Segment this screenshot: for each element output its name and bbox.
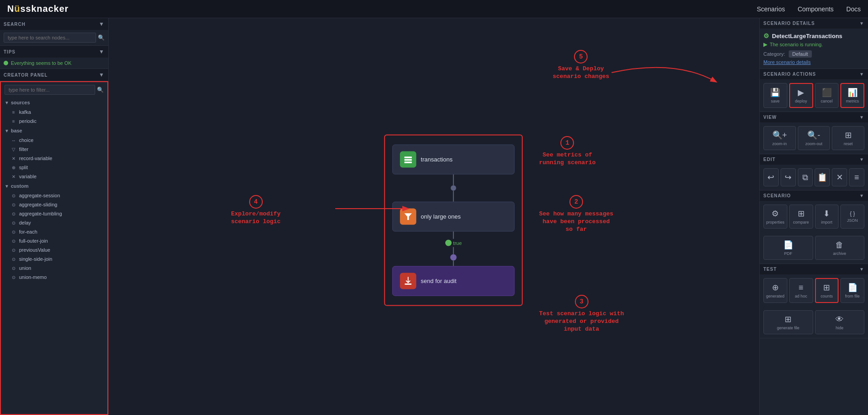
node-filter[interactable]: only large ones [392,201,515,231]
union-label: union [19,265,31,271]
svg-rect-2 [405,161,412,163]
tree-item-periodic[interactable]: ≡ periodic [1,117,107,126]
zoom-in-button[interactable]: 🔍+ zoom-in [763,126,796,150]
paste-button[interactable]: 📋 [815,168,830,186]
generated-button[interactable]: ⊕ generated [763,278,787,303]
transactions-icon [400,151,416,167]
properties-button[interactable]: ⚙ properties [763,205,787,229]
choice-label: choice [19,137,34,143]
deploy-button[interactable]: ▶ deploy [789,83,813,108]
nav-docs[interactable]: Docs [846,5,861,13]
properties-label: properties [766,220,784,225]
cancel-button[interactable]: ⬛ cancel [815,83,839,108]
search-section: SEARCH ▼ 🔍 [0,18,108,46]
tree-item-aggregate-sliding[interactable]: ⊙ aggregate-sliding [1,200,107,209]
aggregate-session-label: aggregate-session [19,193,60,198]
pdf-button[interactable]: 📄 PDF [763,236,813,260]
tips-section-label: TIPS [4,49,15,54]
zoom-out-label: zoom-out [805,142,823,146]
scenario-actions-label: SCENARIO ACTIONS [763,72,816,77]
view-section: VIEW ▼ 🔍+ zoom-in 🔍- zoom-out ⊞ reset [760,112,868,154]
tree-item-aggregate-tumbling[interactable]: ⊙ aggregate-tumbling [1,209,107,218]
filter-icon: ▽ [11,147,16,152]
reset-button[interactable]: ⊞ reset [832,126,864,150]
from-file-button[interactable]: 📄 from file [840,278,864,303]
creator-panel-label-text: CREATOR PANEL [4,73,48,78]
json-button[interactable]: { } JSON [840,205,864,229]
copy-button[interactable]: ⧉ [798,168,813,186]
tree-item-union[interactable]: ⊙ union [1,264,107,273]
undo-icon: ↩ [767,172,774,182]
full-outer-join-icon: ⊙ [11,239,16,244]
callout-1: 1 See metrics of running scenario [539,136,596,167]
tree-item-for-each[interactable]: ⊙ for-each [1,227,107,236]
ad-hoc-button[interactable]: ≡ ad hoc [789,278,813,303]
creator-filter-input[interactable] [5,85,95,95]
tree-group-custom-label[interactable]: ▼ custom [1,181,107,191]
zoom-out-button[interactable]: 🔍- zoom-out [798,126,830,150]
tree-item-kafka[interactable]: ≡ kafka [1,107,107,117]
more-details-link[interactable]: More scenario details [763,59,864,65]
scenario-title-icon: ⚙ [763,32,769,39]
metrics-button[interactable]: 📊 metrics [840,83,864,108]
tree-group-base-label[interactable]: ▼ base [1,126,107,136]
edit-label: EDIT [763,157,776,162]
cancel-icon: ⬛ [822,88,832,98]
record-variable-icon: ✕ [11,156,16,161]
tree-item-split[interactable]: ⊕ split [1,163,107,172]
generate-file-button[interactable]: ⊞ generate file [763,310,813,334]
node-sink[interactable]: send for audit [392,266,515,296]
archive-icon: 🗑 [835,240,844,250]
hide-button[interactable]: 👁 hide [815,310,865,334]
connector-5 [453,260,454,266]
reset-icon: ⊞ [845,130,852,140]
json-label: JSON [847,218,858,223]
tree-item-choice[interactable]: ↔ choice [1,136,107,145]
single-side-join-label: single-side-join [19,256,52,262]
creator-panel: 🔍 ▼ sources ≡ kafka ≡ periodic [0,81,108,415]
search-icon: 🔍 [98,34,105,41]
tree-item-previousvalue[interactable]: ⊙ previousValue [1,245,107,254]
pdf-icon: 📄 [783,240,793,250]
menu-button[interactable]: ≡ [849,168,864,186]
callout-1-text: See metrics of running scenario [539,151,596,167]
right-panel: SCENARIO DETAILS ▼ ⚙ DetectLargeTransact… [759,18,868,415]
tree-item-delay[interactable]: ⊙ delay [1,218,107,227]
scenario-details-header: SCENARIO DETAILS ▼ [760,18,868,29]
nav-links: Scenarios Components Docs [757,5,861,13]
save-button[interactable]: 💾 save [763,83,787,108]
nav-scenarios[interactable]: Scenarios [757,5,785,13]
json-icon: { } [850,210,855,217]
nav-components[interactable]: Components [798,5,834,13]
tree-item-single-side-join[interactable]: ⊙ single-side-join [1,254,107,264]
callout-3-text: Test scenario logic with generated or pr… [539,310,624,333]
tree-group-sources-label[interactable]: ▼ sources [1,98,107,107]
generated-icon: ⊕ [772,283,779,293]
tree-item-variable[interactable]: ✕ variable [1,172,107,181]
delete-button[interactable]: ✕ [832,168,847,186]
edit-chevron: ▼ [859,157,864,162]
undo-button[interactable]: ↩ [763,168,779,186]
delete-icon: ✕ [836,172,843,182]
search-input[interactable] [4,33,96,43]
callout-5-circle: 5 [574,50,588,63]
tree-item-filter[interactable]: ▽ filter [1,145,107,154]
kafka-icon: ≡ [11,110,16,115]
import-button[interactable]: ⬇ import [815,205,839,229]
tree-item-full-outer-join[interactable]: ⊙ full-outer-join [1,236,107,245]
true-label: true [453,240,462,245]
compare-button[interactable]: ⊞ compare [789,205,813,229]
tree-item-union-memo[interactable]: ⊙ union-memo [1,273,107,282]
node-transactions[interactable]: transactions [392,144,515,174]
archive-button[interactable]: 🗑 archive [815,236,865,260]
counts-button[interactable]: ⊞ counts [815,278,839,303]
deploy-label: deploy [795,99,807,103]
sink-label: send for audit [421,278,457,284]
callout-2-text: See how many messages have been processe… [539,210,613,234]
tree-item-aggregate-session[interactable]: ⊙ aggregate-session [1,191,107,200]
filter-label: filter [19,146,29,152]
redo-button[interactable]: ↪ [781,168,796,186]
reset-label: reset [844,142,853,146]
choice-icon: ↔ [11,138,16,143]
tree-item-record-variable[interactable]: ✕ record-variable [1,154,107,163]
